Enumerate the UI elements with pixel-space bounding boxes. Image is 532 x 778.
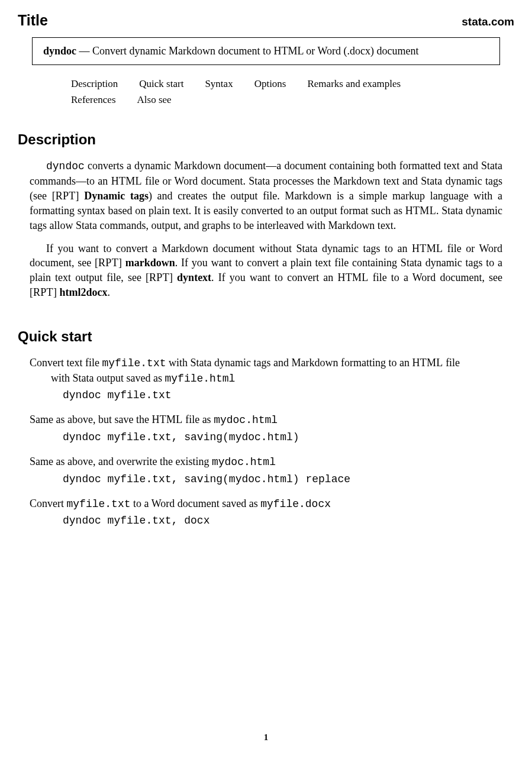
text: . If you want to convert an	[211, 272, 337, 283]
link-dyntext[interactable]: dyntext	[177, 272, 211, 283]
text: HTML	[337, 272, 368, 283]
text: Convert text file	[30, 357, 102, 369]
quick-start-item-2: Same as above, but save the HTML file as…	[30, 412, 502, 445]
nav-also-see[interactable]: Also see	[137, 92, 172, 108]
text: Convert	[30, 498, 67, 509]
text: ]	[169, 272, 177, 283]
nav-remarks[interactable]: Remarks and examples	[307, 76, 401, 92]
link-html2docx[interactable]: html2docx	[59, 286, 107, 298]
quick-start-heading: Quick start	[18, 328, 514, 345]
quick-start-item-1: Convert text file myfile.txt with Stata …	[30, 356, 502, 403]
text: ]	[118, 257, 125, 269]
link-markdown[interactable]: markdown	[125, 257, 175, 269]
text: HTML	[412, 357, 443, 369]
text: RPT	[149, 272, 169, 283]
description-para-1: dyndoc converts a dynamic Markdown docum…	[30, 159, 502, 233]
nav-description[interactable]: Description	[71, 76, 118, 92]
text: RPT	[33, 286, 53, 298]
quick-start-item-3: Same as above, and overwrite the existin…	[30, 454, 502, 487]
text: file	[443, 357, 460, 369]
text: HTML	[111, 175, 142, 187]
quick-start-item-4: Convert myfile.txt to a Word document sa…	[30, 496, 502, 529]
text: myfile.html	[165, 373, 235, 385]
command-name: dyndoc	[43, 45, 76, 57]
link-dynamic-tags[interactable]: Dynamic tags	[84, 190, 149, 202]
page-header: Title stata.com	[18, 12, 514, 29]
page-title: Title	[18, 12, 48, 29]
page-number: 1	[0, 732, 532, 743]
text: Same as above, but save the	[30, 414, 151, 425]
description-para-2: If you want to convert a Markdown docume…	[30, 241, 502, 300]
text: myfile.docx	[260, 498, 331, 510]
nav-row-2: References Also see	[71, 92, 514, 108]
command-example: dyndoc myfile.txt, saving(mydoc.html)	[30, 430, 502, 445]
text: myfile.txt	[67, 498, 131, 510]
text: HTML	[151, 414, 182, 425]
nav-options[interactable]: Options	[254, 76, 286, 92]
command-example: dyndoc myfile.txt, saving(mydoc.html) re…	[30, 472, 502, 487]
title-box: dyndoc — Convert dynamic Markdown docume…	[32, 37, 500, 65]
text: mydoc.html	[212, 456, 276, 468]
text: HTML	[405, 205, 436, 217]
text: file as	[183, 414, 214, 425]
nav-row-1: Description Quick start Syntax Options R…	[71, 76, 514, 92]
command-example: dyndoc myfile.txt, docx	[30, 514, 502, 528]
text: Same as above, and overwrite the existin…	[30, 456, 212, 467]
text: RPT	[98, 257, 118, 269]
text: If you want to convert a Markdown docume…	[46, 243, 412, 254]
text: with Stata output saved as	[51, 372, 165, 384]
text: dyndoc	[46, 160, 85, 172]
nav-quick-start[interactable]: Quick start	[139, 76, 183, 92]
section-nav: Description Quick start Syntax Options R…	[71, 76, 514, 108]
title-sep: —	[76, 45, 92, 57]
text: HTML	[412, 243, 443, 254]
text: myfile.txt	[102, 357, 166, 369]
text: mydoc.html	[214, 414, 278, 426]
command-summary: Convert dynamic Markdown document to HTM…	[92, 45, 418, 57]
text: with Stata dynamic tags and Markdown for…	[166, 357, 412, 369]
text: ]	[76, 190, 85, 202]
text: ]	[53, 286, 60, 298]
description-heading: Description	[18, 131, 514, 148]
text: to a Word document saved as	[131, 498, 261, 509]
brand-link[interactable]: stata.com	[462, 15, 514, 28]
command-example: dyndoc myfile.txt	[30, 388, 502, 403]
nav-references[interactable]: References	[71, 92, 116, 108]
nav-syntax[interactable]: Syntax	[205, 76, 233, 92]
text: RPT	[56, 190, 76, 202]
text: .	[107, 286, 110, 298]
